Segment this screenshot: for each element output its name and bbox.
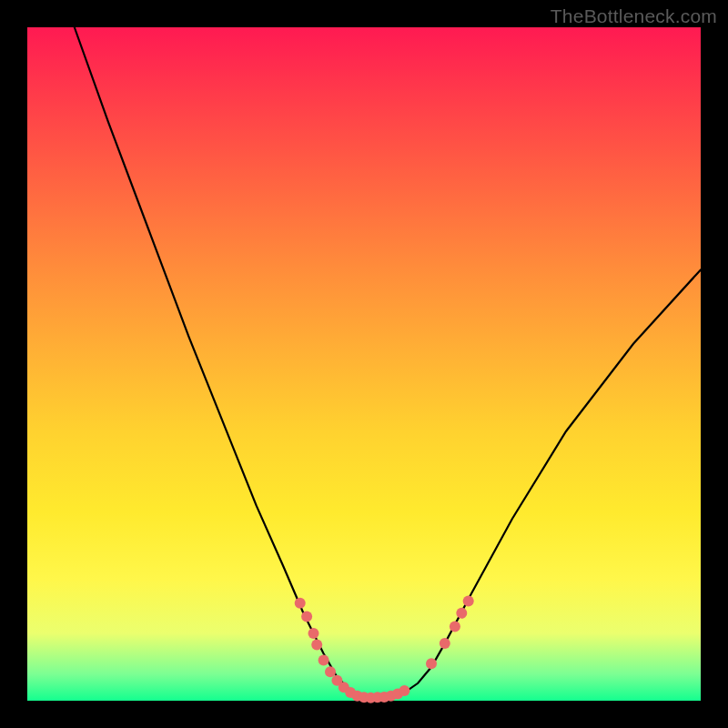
watermark-label: TheBottleneck.com	[551, 5, 717, 27]
curve-marker	[318, 655, 329, 666]
curve-marker	[301, 612, 312, 622]
chart-svg	[27, 27, 701, 701]
curve-marker	[450, 622, 460, 632]
curve-marker	[463, 596, 474, 607]
plot-area	[27, 27, 701, 701]
bottleneck-curve	[75, 27, 701, 698]
curve-marker	[295, 598, 306, 609]
curve-marker	[456, 608, 467, 619]
curve-marker	[399, 685, 410, 696]
curve-marker	[426, 658, 437, 669]
curve-marker	[440, 638, 450, 649]
chart-frame: TheBottleneck.com	[0, 0, 728, 728]
curve-marker	[325, 666, 336, 677]
curve-marker	[308, 628, 319, 639]
curve-marker	[311, 640, 322, 651]
